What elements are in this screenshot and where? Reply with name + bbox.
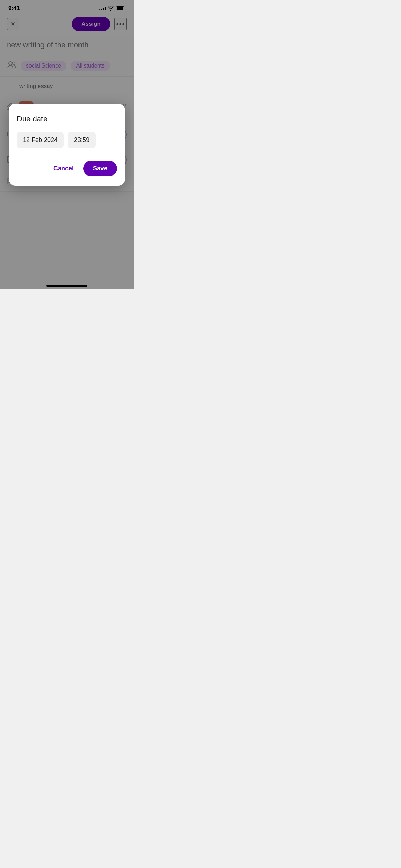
modal-overlay: Due date 12 Feb 2024 23:59 Cancel Save (0, 0, 134, 289)
cancel-button[interactable]: Cancel (49, 162, 78, 175)
modal-title: Due date (17, 114, 117, 123)
save-button[interactable]: Save (83, 161, 117, 176)
date-time-row: 12 Feb 2024 23:59 (17, 132, 117, 148)
due-date-modal: Due date 12 Feb 2024 23:59 Cancel Save (9, 104, 125, 186)
time-picker[interactable]: 23:59 (68, 132, 96, 148)
date-picker[interactable]: 12 Feb 2024 (17, 132, 64, 148)
modal-actions: Cancel Save (17, 161, 117, 176)
